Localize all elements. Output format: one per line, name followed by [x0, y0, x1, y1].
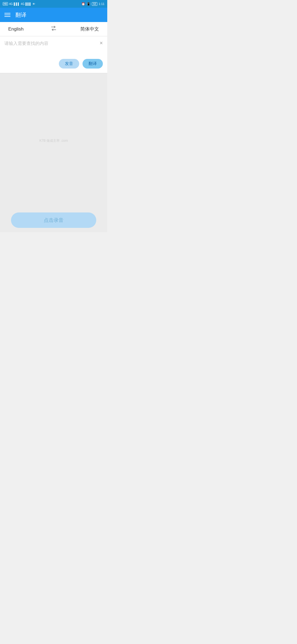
status-bar: HD 4G ▌▌▌ 4G ▌▌▌ 👁 ⏰ 📳 68 1:11 [0, 0, 107, 8]
watermark: K7B 做成主率 .com [39, 138, 68, 143]
app-title: 翻译 [15, 11, 26, 19]
vibrate-icon: 📳 [87, 2, 90, 6]
hamburger-line-3 [4, 16, 10, 17]
hamburger-line-2 [4, 15, 10, 15]
battery-indicator: 68 [92, 2, 97, 6]
eye-icon: 👁 [32, 2, 35, 6]
signal-bars-1: ▌▌▌ [14, 2, 20, 6]
app-bar: 翻译 [0, 8, 107, 22]
source-language-selector[interactable]: English [8, 26, 36, 32]
result-area: K7B 做成主率 .com [0, 73, 107, 208]
record-button-area: 点击录音 [0, 208, 107, 232]
pronunciation-button[interactable]: 发音 [59, 59, 79, 69]
language-selector-bar: English 简体中文 [0, 22, 107, 36]
swap-languages-button[interactable] [50, 26, 57, 32]
translate-button[interactable]: 翻译 [82, 59, 103, 69]
record-button[interactable]: 点击录音 [11, 212, 96, 228]
clear-input-button[interactable]: × [100, 40, 103, 46]
signal-4g-1: 4G [9, 2, 13, 6]
time-display: 1:11 [99, 2, 105, 6]
menu-button[interactable] [4, 13, 10, 17]
hd-badge: HD [3, 2, 8, 6]
action-buttons: 发音 翻译 [4, 57, 103, 70]
status-bar-right: ⏰ 📳 68 1:11 [81, 2, 105, 6]
signal-bars-2: ▌▌▌ [26, 2, 31, 6]
status-bar-left: HD 4G ▌▌▌ 4G ▌▌▌ 👁 [3, 2, 35, 6]
target-language-selector[interactable]: 简体中文 [72, 26, 99, 32]
alarm-icon: ⏰ [81, 2, 85, 6]
input-area: × 发音 翻译 [0, 36, 107, 73]
search-input[interactable] [4, 41, 103, 56]
hamburger-line-1 [4, 13, 10, 13]
signal-4g-2: 4G [21, 2, 24, 6]
